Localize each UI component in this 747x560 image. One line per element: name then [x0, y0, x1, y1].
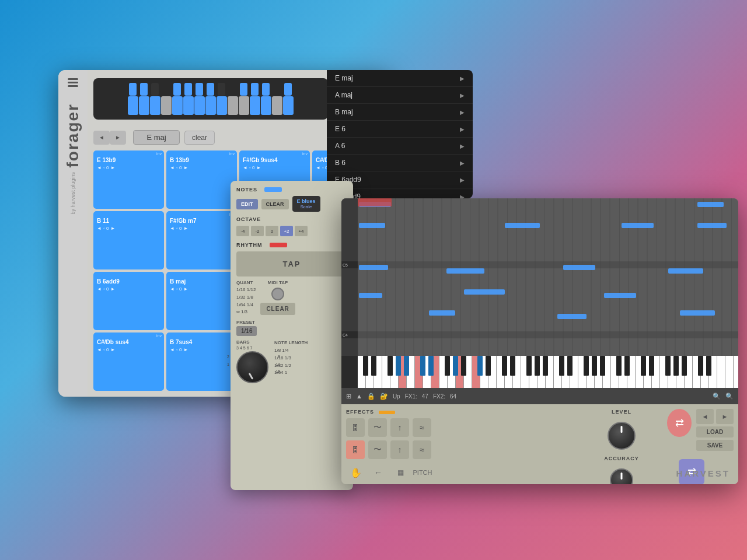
svg-rect-30 [680, 310, 715, 316]
accuracy-knob[interactable] [610, 468, 633, 484]
oct-btn-p2[interactable]: +2 [280, 226, 293, 236]
white-key [194, 96, 205, 115]
chord-cell[interactable]: inv C#/Db sus4 ◄ ◦ 0 ► [93, 332, 164, 391]
quant-label: QUANT [236, 280, 256, 285]
result-arrow-icon: ▶ [460, 177, 465, 183]
midi-tap-knob[interactable] [271, 288, 284, 300]
white-key [205, 96, 216, 115]
forager-title: forager [64, 103, 82, 167]
bars-section: BARS 34 5 6 7 2 1 8 12 16 [236, 340, 268, 383]
lock2-icon[interactable]: 🔐 [380, 393, 388, 400]
zoom-in-icon[interactable]: 🔍 [725, 393, 734, 400]
forager-results-panel: E maj▶ A maj▶ B maj▶ E 6▶ A 6▶ B 6▶ E 6a… [327, 70, 473, 198]
black-key [284, 83, 292, 96]
result-arrow-icon: ▶ [460, 75, 465, 82]
svg-rect-57 [559, 356, 564, 376]
up-icon[interactable]: ▲ [356, 393, 362, 400]
load-button[interactable]: LOAD [696, 426, 734, 438]
top-controls: ⇄ ◄ ► LOAD SAVE [650, 409, 734, 451]
svg-rect-69 [698, 356, 703, 376]
accuracy-label: ACCURACY [604, 456, 639, 461]
oct-btn-m4[interactable]: -4 [236, 226, 249, 236]
quant-midi-row: QUANT 1/16 1/12 1/32 1/8 1/64 1/4 ∞ 1/3 … [236, 280, 347, 316]
piano-roll-canvas[interactable]: C5 C4 [341, 198, 738, 356]
svg-rect-22 [446, 268, 484, 274]
svg-rect-31 [358, 198, 392, 206]
fx1-label: FX1: [405, 393, 417, 400]
bars-scale: 34 5 6 7 [236, 346, 268, 350]
effect-knob-btn[interactable]: 🎛 [346, 418, 365, 437]
chord-cell[interactable]: inv E 13b9 ◄ ◦ 0 ► [93, 150, 164, 209]
shuffle-button[interactable]: ⇄ [667, 409, 692, 437]
keyboard-display [93, 78, 328, 120]
result-item[interactable]: A 6▶ [327, 138, 473, 155]
result-arrow-icon: ▶ [460, 194, 465, 199]
chord-cell[interactable]: B 11 ◄ ◦ 0 ► [93, 211, 164, 270]
preset-value: E blues [297, 198, 316, 204]
effect-pitch-btn[interactable]: ↑ [390, 418, 409, 437]
effect-btn2[interactable]: 〜 [368, 440, 387, 459]
level-knob[interactable] [608, 422, 636, 450]
bars-note-length-row: BARS 34 5 6 7 2 1 8 12 16 NOTE LENGTH [236, 340, 347, 383]
save-button[interactable]: SAVE [696, 440, 734, 451]
chord-cell[interactable]: B 6add9 ◄ ◦ 0 ► [93, 272, 164, 330]
chord-cell[interactable]: B 7sus4 ◄ ◦ 0 ► [166, 332, 237, 391]
chord-cell[interactable]: inv F#/Gb m7 ◄ ◦ 0 ► [166, 211, 237, 270]
bars-knob-wrap: 2 1 8 12 16 [236, 351, 268, 383]
clear-rhythm-button[interactable]: CLEAR [260, 303, 295, 315]
bars-knob[interactable] [236, 351, 268, 383]
oct-btn-0[interactable]: 0 [266, 226, 278, 236]
svg-rect-17 [359, 223, 385, 228]
white-key [183, 96, 194, 115]
result-arrow-icon: ▶ [460, 109, 465, 116]
svg-rect-47 [445, 356, 450, 376]
result-item[interactable]: A maj▶ [327, 87, 473, 104]
effects-label: EFFECTS [346, 409, 594, 415]
effect-squiggle-btn[interactable]: ≈ [413, 418, 431, 437]
effect-wave-btn[interactable]: 〜 [368, 418, 387, 437]
lock-icon[interactable]: 🔒 [367, 393, 375, 400]
result-item[interactable]: E maj▶ [327, 70, 473, 87]
zoom-out-icon[interactable]: 🔍 [713, 393, 721, 400]
svg-rect-51 [486, 356, 491, 376]
svg-rect-23 [563, 265, 595, 270]
black-key [140, 83, 148, 96]
svg-rect-50 [477, 356, 483, 376]
nav-right-btn[interactable]: ► [110, 131, 126, 145]
nav-controls: ◄ ► LOAD SAVE [696, 409, 734, 451]
oct-btn-p4[interactable]: +4 [295, 226, 308, 236]
result-item[interactable]: B 6▶ [327, 155, 473, 172]
svg-rect-46 [428, 356, 434, 376]
clear-button[interactable]: clear [184, 131, 215, 145]
effect-active-btn[interactable]: 🎛 [346, 440, 365, 459]
effect-btn3[interactable]: ↑ [390, 440, 409, 459]
result-item[interactable]: E 6▶ [327, 121, 473, 138]
chord-cell[interactable]: inv B 13b9 ◄ ◦ 0 ► [166, 150, 237, 209]
piano-icon[interactable]: ⊞ [346, 393, 351, 400]
result-item[interactable]: B maj▶ [327, 104, 473, 121]
nav-prev-btn[interactable]: ◄ [696, 409, 714, 424]
black-key [218, 83, 225, 96]
clear-notes-button[interactable]: CLEAR [261, 199, 289, 209]
white-key [272, 96, 282, 115]
svg-rect-49 [461, 356, 466, 376]
menu-icon[interactable] [68, 78, 78, 87]
svg-rect-59 [584, 356, 589, 376]
bars-numbers-right: 8 12 16 [275, 354, 280, 376]
tap-button[interactable]: TAP [236, 251, 347, 276]
chord-cell[interactable]: B maj ◄ ◦ 0 ► [166, 272, 237, 330]
effect-btn4[interactable]: ≈ [413, 440, 431, 459]
svg-rect-67 [673, 356, 679, 376]
result-arrow-icon: ▶ [460, 143, 465, 149]
fx1-value: 47 [422, 393, 428, 400]
direction-value: Up [393, 393, 400, 400]
oct-btn-m2[interactable]: -2 [251, 226, 264, 236]
effects-indicator [379, 411, 395, 414]
black-key [129, 83, 137, 96]
nav-next-btn[interactable]: ► [716, 409, 734, 424]
edit-button[interactable]: EDIT [236, 199, 258, 209]
white-key [172, 96, 183, 115]
nav-left-btn[interactable]: ◄ [93, 131, 110, 145]
black-key [207, 83, 214, 96]
svg-rect-29 [557, 314, 587, 319]
